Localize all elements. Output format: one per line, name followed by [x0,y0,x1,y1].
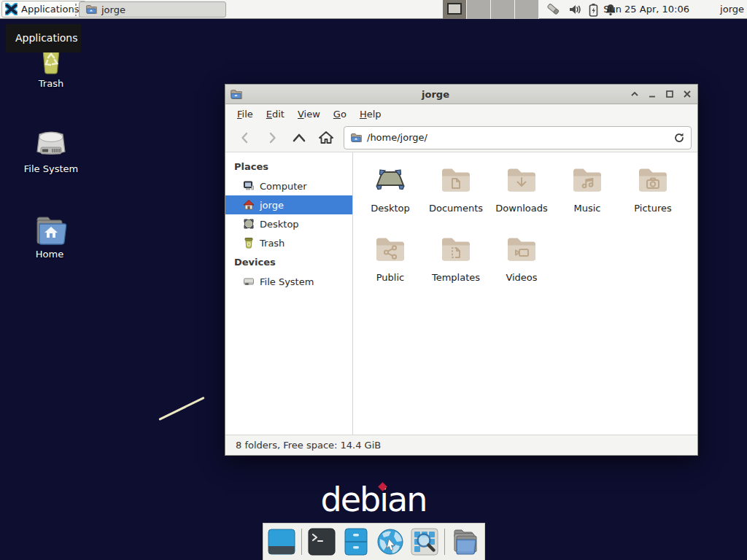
devices-header: Devices [225,252,352,272]
close-icon[interactable] [681,88,693,100]
workspace-switcher[interactable] [443,0,539,19]
menu-go[interactable]: Go [327,106,353,122]
templates-folder-icon [438,231,473,266]
file-manager-icon[interactable] [450,527,481,556]
home-folder-icon [31,214,68,247]
debian-wordmark-text: debian [321,480,427,519]
places-sidebar: Places Computer jo [225,152,353,435]
window-folder-icon [230,88,242,101]
menu-edit[interactable]: Edit [260,106,291,122]
app-finder-icon[interactable] [410,527,439,556]
desktop: Applications jorge [0,0,747,560]
sidebar-item-computer[interactable]: Computer [225,176,352,195]
show-desktop-icon[interactable] [267,527,296,556]
volume-icon[interactable] [568,3,582,16]
file-item-pictures[interactable]: Pictures [620,158,686,228]
reload-icon[interactable] [673,132,685,144]
workspace-window-preview [447,3,462,15]
menubar: File Edit View Go Help [225,104,697,123]
applications-menu-label: Applications [21,4,79,15]
desktop-icon-home[interactable]: Home [6,214,93,260]
public-folder-icon [373,231,408,266]
workspace-3[interactable] [491,0,515,19]
music-folder-icon [570,162,605,197]
xfce-x-logo-icon [5,3,18,15]
menu-file[interactable]: File [231,106,260,122]
taskbar-window-button[interactable]: jorge [79,1,226,18]
sidebar-item-trash[interactable]: Trash [225,233,352,252]
window-title: jorge [242,89,629,100]
panel-clock[interactable]: Sun 25 Apr, 10:06 [603,0,689,19]
file-cabinet-icon[interactable] [341,527,371,556]
applications-menu-button[interactable]: Applications [1,1,86,18]
file-item-templates[interactable]: Templates [423,228,489,297]
workspace-2[interactable] [467,0,491,19]
location-path-value[interactable]: /home/jorge/ [367,132,668,143]
menu-view[interactable]: View [291,106,327,122]
toolbar: /home/jorge/ [225,123,697,152]
computer-icon [243,180,255,192]
desktop-icon-label: Trash [7,78,95,89]
web-browser-icon[interactable] [376,527,405,556]
panel-user-menu[interactable]: jorge [720,0,744,19]
wallpaper-swoosh-line [158,397,204,421]
desktop-icon-file-system[interactable]: File System [7,128,95,174]
home-icon [243,199,255,211]
location-folder-icon [350,132,362,144]
window-titlebar[interactable]: jorge [225,85,697,104]
drive-icon [243,276,255,287]
terminal-icon[interactable] [307,527,336,556]
file-item-public[interactable]: Public [357,228,423,297]
workspace-4[interactable] [515,0,539,19]
top-panel: Applications jorge [0,0,747,19]
stylus-tool-icon[interactable] [546,2,562,17]
file-item-documents[interactable]: Documents [423,158,489,228]
menu-help[interactable]: Help [353,106,388,122]
file-item-desktop[interactable]: Desktop [357,158,423,228]
panel-separator-handle [74,3,77,16]
dock [263,523,485,560]
file-icon-view[interactable]: Desktop Documents [353,152,697,435]
desktop-icon-label: Home [6,249,93,260]
maximize-icon[interactable] [664,88,676,100]
desktop-icon-label: File System [7,163,95,174]
sidebar-item-file-system[interactable]: File System [225,272,352,291]
file-item-music[interactable]: Music [554,158,620,228]
shade-icon[interactable] [629,88,640,100]
dock-separator [444,529,445,555]
sidebar-item-jorge[interactable]: jorge [225,195,352,214]
trash-icon [243,237,255,249]
forward-icon[interactable] [258,127,285,149]
places-header: Places [225,157,352,176]
debian-wordmark: debian [0,480,747,519]
downloads-folder-icon [504,162,539,197]
documents-folder-icon [438,162,473,197]
file-manager-window: jorge File Edit View Go Help [225,84,698,456]
taskbar-window-label: jorge [101,4,125,15]
location-bar[interactable]: /home/jorge/ [344,126,692,149]
pictures-folder-icon [635,162,670,197]
minimize-icon[interactable] [646,88,658,100]
file-item-downloads[interactable]: Downloads [489,158,554,228]
statusbar: 8 folders, Free space: 14.4 GiB [225,435,697,455]
desktop-pad-icon [373,162,408,197]
videos-folder-icon [504,231,539,266]
folder-window-icon [85,4,97,15]
desktop-icon [243,218,255,230]
back-icon[interactable] [231,127,258,149]
workspace-1[interactable] [443,0,467,19]
sidebar-item-desktop[interactable]: Desktop [225,214,352,233]
dock-separator [301,529,302,555]
file-item-videos[interactable]: Videos [489,228,554,297]
up-icon[interactable] [285,127,312,149]
hard-drive-icon [34,128,69,162]
applications-tooltip: Applications [6,24,81,52]
battery-charging-icon[interactable] [589,3,598,17]
statusbar-text: 8 folders, Free space: 14.4 GiB [236,440,381,451]
home-icon[interactable] [312,127,339,149]
